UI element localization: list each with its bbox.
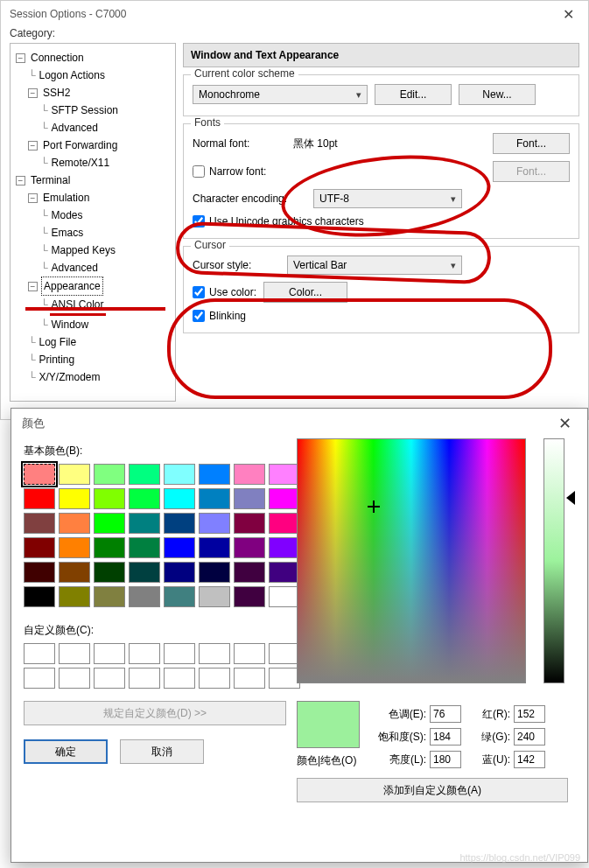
tree-emulation[interactable]: Emulation [41,192,91,204]
narrow-font-check[interactable] [193,165,205,178]
tree-ansi[interactable]: ANSI Color [50,296,106,316]
blinking-checkbox[interactable]: Blinking [193,310,246,322]
tree-advanced[interactable]: Advanced [50,122,100,134]
custom-color-slot[interactable] [94,643,125,664]
basic-color-swatch[interactable] [24,537,55,558]
close-icon[interactable]: ✕ [553,414,577,433]
basic-color-swatch[interactable] [59,464,90,485]
custom-color-slot[interactable] [24,643,55,664]
use-color-check[interactable] [193,286,205,298]
basic-color-swatch[interactable] [94,488,125,509]
expand-icon[interactable]: − [28,282,38,291]
basic-color-swatch[interactable] [199,488,230,509]
unicode-graphics-check[interactable] [193,215,205,228]
tree-remotex11[interactable]: Remote/X11 [50,157,112,169]
luminance-pointer-icon[interactable] [566,491,575,505]
basic-color-swatch[interactable] [269,464,300,485]
cursor-style-select[interactable]: Vertical Bar ▾ [287,256,462,275]
tree-xyzmodem[interactable]: X/Y/Zmodem [38,371,102,383]
green-input[interactable] [514,728,545,746]
blinking-check[interactable] [193,310,205,322]
basic-color-swatch[interactable] [129,537,160,558]
expand-icon[interactable]: − [28,193,38,203]
basic-color-swatch[interactable] [59,586,90,607]
narrow-font-checkbox[interactable]: Narrow font: [193,165,266,178]
tree-window[interactable]: Window [50,318,91,331]
category-tree[interactable]: −Connection └Logon Actions −SSH2 └SFTP S… [10,43,176,402]
encoding-select[interactable]: UTF-8 ▾ [313,189,462,208]
basic-color-swatch[interactable] [164,586,195,607]
tree-appearance[interactable]: Appearance [41,276,103,296]
color-spectrum[interactable] [297,438,526,683]
custom-color-slot[interactable] [59,668,90,689]
tree-sftp[interactable]: SFTP Session [50,104,120,116]
basic-color-swatch[interactable] [24,488,55,509]
tree-portfwd[interactable]: Port Forwarding [41,139,119,151]
basic-color-swatch[interactable] [164,513,195,534]
tree-advanced2[interactable]: Advanced [50,262,100,274]
font-button[interactable]: Font... [493,133,570,154]
tree-mapped[interactable]: Mapped Keys [50,244,117,256]
basic-color-swatch[interactable] [59,488,90,509]
tree-logon[interactable]: Logon Actions [38,69,107,81]
sat-input[interactable] [430,728,461,746]
custom-color-slot[interactable] [24,668,55,689]
custom-color-slot[interactable] [59,643,90,664]
basic-color-swatch[interactable] [234,586,265,607]
tree-printing[interactable]: Printing [38,354,77,366]
basic-color-swatch[interactable] [269,586,300,607]
basic-color-swatch[interactable] [59,562,90,583]
basic-color-swatch[interactable] [24,562,55,583]
basic-color-swatch[interactable] [164,488,195,509]
lum-input[interactable] [430,751,461,768]
blue-input[interactable] [514,751,545,768]
custom-color-slot[interactable] [199,643,230,664]
basic-color-swatch[interactable] [94,513,125,534]
basic-color-swatch[interactable] [199,562,230,583]
new-scheme-button[interactable]: New... [459,84,536,105]
custom-color-slot[interactable] [269,668,300,689]
cancel-button[interactable]: 取消 [120,739,204,764]
basic-color-swatch[interactable] [199,464,230,485]
basic-color-swatch[interactable] [94,562,125,583]
custom-color-slot[interactable] [164,668,195,689]
basic-color-swatch[interactable] [129,464,160,485]
basic-color-swatch[interactable] [129,513,160,534]
basic-color-swatch[interactable] [59,537,90,558]
use-color-checkbox[interactable]: Use color: [193,286,256,298]
basic-color-swatch[interactable] [94,586,125,607]
basic-color-swatch[interactable] [129,562,160,583]
expand-icon[interactable]: − [28,141,38,150]
basic-color-swatch[interactable] [24,586,55,607]
basic-color-swatch[interactable] [199,513,230,534]
tree-connection[interactable]: Connection [29,52,86,64]
basic-color-swatch[interactable] [234,488,265,509]
custom-color-slot[interactable] [199,668,230,689]
color-scheme-select[interactable]: Monochrome ▾ [193,85,368,104]
expand-icon[interactable]: − [16,176,25,186]
basic-color-swatch[interactable] [234,464,265,485]
custom-color-slot[interactable] [129,643,160,664]
custom-color-slot[interactable] [94,668,125,689]
basic-color-swatch[interactable] [94,464,125,485]
custom-color-slot[interactable] [234,668,265,689]
basic-color-swatch[interactable] [234,562,265,583]
basic-color-swatch[interactable] [269,488,300,509]
custom-color-slot[interactable] [129,668,160,689]
basic-color-swatch[interactable] [94,537,125,558]
tree-modes[interactable]: Modes [50,209,85,221]
basic-color-swatch[interactable] [129,488,160,509]
basic-color-swatch[interactable] [24,464,55,485]
basic-color-swatch[interactable] [164,537,195,558]
hue-input[interactable] [430,705,461,723]
custom-color-slot[interactable] [234,643,265,664]
basic-color-swatch[interactable] [269,562,300,583]
basic-color-swatch[interactable] [129,586,160,607]
cursor-color-button[interactable]: Color... [263,282,347,303]
expand-icon[interactable]: − [16,53,25,63]
unicode-graphics-checkbox[interactable]: Use Unicode graphics characters [193,215,364,228]
ok-button[interactable]: 确定 [24,739,108,764]
basic-color-swatch[interactable] [199,586,230,607]
close-icon[interactable]: ✕ [557,6,579,23]
custom-color-slot[interactable] [164,643,195,664]
